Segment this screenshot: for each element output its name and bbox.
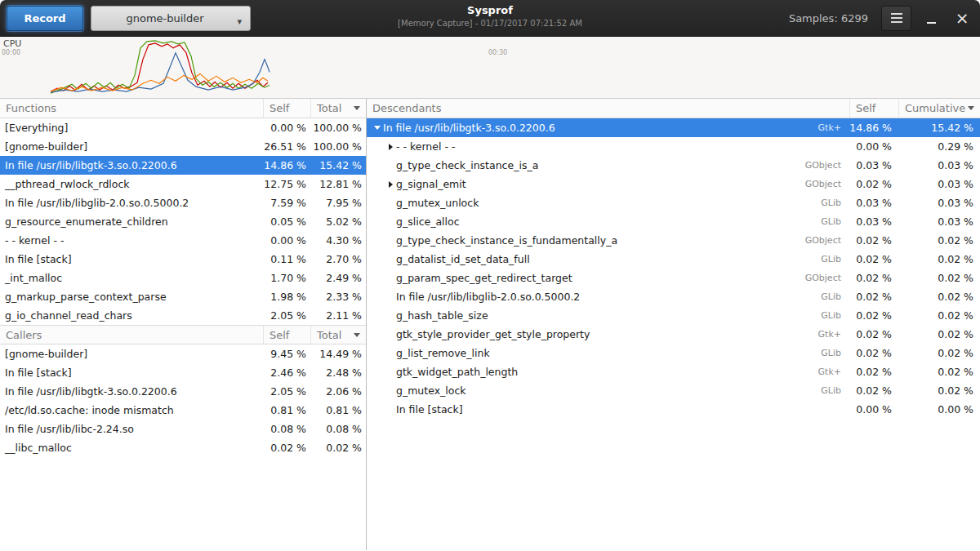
total-percent: 0.81 % bbox=[310, 404, 366, 416]
total-percent: 0.00 % bbox=[898, 403, 980, 415]
table-row[interactable]: [gnome-builder]26.51 %100.00 % bbox=[0, 137, 366, 156]
table-row[interactable]: In file [stack]0.00 %0.00 % bbox=[367, 400, 980, 419]
table-row[interactable]: In file /usr/lib/libgtk-3.so.0.2200.6Gtk… bbox=[367, 118, 980, 137]
self-percent: 0.02 % bbox=[849, 234, 898, 247]
symbol-name: g_io_channel_read_chars bbox=[5, 309, 132, 322]
total-percent: 0.02 % bbox=[898, 328, 980, 340]
minimize-button[interactable] bbox=[920, 7, 942, 29]
table-row[interactable]: g_type_check_instance_is_fundamentally_a… bbox=[367, 231, 980, 250]
hamburger-icon bbox=[891, 13, 902, 23]
callers-self-column-header[interactable]: Self bbox=[263, 326, 310, 344]
table-row[interactable]: g_hash_table_sizeGLib0.02 %0.02 % bbox=[367, 306, 980, 325]
menu-button[interactable] bbox=[881, 6, 911, 31]
table-row[interactable]: In file /usr/lib/libglib-2.0.so.0.5000.2… bbox=[0, 193, 366, 212]
samples-count: Samples: 6299 bbox=[789, 12, 868, 24]
functions-column-header[interactable]: Functions bbox=[0, 99, 263, 118]
symbol-name: g_resource_enumerate_children bbox=[5, 216, 168, 228]
table-row[interactable]: g_mutex_lockGLib0.02 %0.02 % bbox=[367, 381, 980, 400]
table-row[interactable]: g_param_spec_get_redirect_targetGObject0… bbox=[367, 269, 980, 287]
total-percent: 100.00 % bbox=[310, 140, 366, 153]
table-row[interactable]: g_resource_enumerate_children0.05 %5.02 … bbox=[0, 212, 366, 231]
row-name-cell: g_mutex_lockGLib bbox=[367, 384, 849, 397]
library-badge: GLib bbox=[821, 348, 841, 358]
table-row[interactable]: - - kernel - -0.00 %0.29 % bbox=[367, 137, 980, 156]
timeline-start-label: 00:00 bbox=[2, 49, 20, 56]
symbol-name: In file [stack] bbox=[5, 253, 72, 265]
table-row[interactable]: __libc_malloc0.02 %0.02 % bbox=[0, 438, 366, 457]
functions-total-column-header[interactable]: Total bbox=[310, 99, 366, 118]
descendants-self-column-header[interactable]: Self bbox=[849, 99, 898, 118]
cpu-label: CPU bbox=[3, 38, 21, 49]
main-content: Functions Self Total [Everything]0.00 %1… bbox=[0, 99, 980, 550]
callers-total-column-header[interactable]: Total bbox=[310, 326, 366, 344]
self-percent: 0.02 % bbox=[849, 291, 898, 303]
table-row[interactable]: gtk_style_provider_get_style_propertyGtk… bbox=[367, 325, 980, 344]
table-row[interactable]: g_type_check_instance_is_aGObject0.03 %0… bbox=[367, 156, 980, 175]
symbol-name: gtk_widget_path_length bbox=[396, 366, 518, 378]
table-row[interactable]: [Everything]0.00 %100.00 % bbox=[0, 118, 366, 137]
table-row[interactable]: /etc/ld.so.cache: inode mismatch0.81 %0.… bbox=[0, 401, 366, 420]
expand-arrow-icon[interactable] bbox=[385, 144, 396, 150]
table-row[interactable]: - - kernel - -0.00 %4.30 % bbox=[0, 231, 366, 250]
descendants-column-header[interactable]: Descendants bbox=[367, 99, 849, 118]
symbol-name: g_type_check_instance_is_a bbox=[396, 159, 538, 171]
table-row[interactable]: g_list_remove_linkGLib0.02 %0.02 % bbox=[367, 344, 980, 362]
record-button[interactable]: Record bbox=[7, 6, 83, 31]
total-percent: 0.02 % bbox=[898, 366, 980, 378]
table-row[interactable]: In file [stack]2.46 %2.48 % bbox=[0, 363, 366, 382]
total-percent: 2.11 % bbox=[310, 309, 366, 322]
symbol-name: In file /usr/lib/libglib-2.0.so.0.5000.2 bbox=[5, 197, 189, 209]
self-percent: 7.59 % bbox=[263, 197, 310, 209]
table-row[interactable]: In file /usr/lib/libgtk-3.so.0.2200.614.… bbox=[0, 156, 366, 175]
table-row[interactable]: g_signal_emitGObject0.02 %0.03 % bbox=[367, 175, 980, 193]
table-row[interactable]: In file /usr/lib/libc-2.24.so0.08 %0.08 … bbox=[0, 420, 366, 438]
library-badge: GLib bbox=[821, 198, 841, 208]
table-row[interactable]: g_slice_allocGLib0.03 %0.03 % bbox=[367, 212, 980, 231]
self-percent: 0.00 % bbox=[849, 140, 898, 153]
collapse-arrow-icon[interactable] bbox=[372, 126, 383, 130]
table-row[interactable]: In file /usr/lib/libgtk-3.so.0.2200.62.0… bbox=[0, 382, 366, 401]
symbol-name: __libc_malloc bbox=[5, 442, 72, 454]
process-selector[interactable]: gnome-builder ▾ bbox=[91, 6, 251, 31]
table-row[interactable]: In file /usr/lib/libglib-2.0.so.0.5000.2… bbox=[367, 287, 980, 306]
self-percent: 0.03 % bbox=[849, 159, 898, 171]
table-row[interactable]: g_markup_parse_context_parse1.98 %2.33 % bbox=[0, 287, 366, 306]
functions-self-column-header[interactable]: Self bbox=[263, 99, 310, 118]
row-name-cell: [gnome-builder] bbox=[0, 140, 263, 153]
row-name-cell: g_param_spec_get_redirect_targetGObject bbox=[367, 272, 849, 284]
symbol-name: g_markup_parse_context_parse bbox=[5, 291, 167, 303]
symbol-name: g_mutex_lock bbox=[396, 384, 466, 397]
library-badge: Gtk+ bbox=[818, 367, 841, 377]
total-percent: 0.29 % bbox=[898, 140, 980, 153]
callers-column-header[interactable]: Callers bbox=[0, 326, 263, 344]
headerbar-right-group: Samples: 6299 × bbox=[789, 6, 973, 31]
close-button[interactable]: × bbox=[951, 7, 973, 29]
self-percent: 12.75 % bbox=[263, 178, 310, 190]
self-percent: 0.02 % bbox=[849, 347, 898, 359]
self-percent: 0.02 % bbox=[263, 442, 310, 454]
cpu-series-orange bbox=[51, 73, 268, 91]
sort-indicator-icon bbox=[968, 106, 974, 110]
total-percent: 100.00 % bbox=[310, 122, 366, 134]
self-percent: 1.98 % bbox=[263, 291, 310, 303]
table-row[interactable]: g_mutex_unlockGLib0.03 %0.03 % bbox=[367, 193, 980, 212]
sort-indicator-icon bbox=[354, 106, 360, 110]
table-row[interactable]: __pthread_rwlock_rdlock12.75 %12.81 % bbox=[0, 175, 366, 193]
table-row[interactable]: gtk_widget_path_lengthGtk+0.02 %0.02 % bbox=[367, 362, 980, 381]
symbol-name: [gnome-builder] bbox=[5, 348, 87, 360]
table-row[interactable]: g_datalist_id_set_data_fullGLib0.02 %0.0… bbox=[367, 250, 980, 269]
cpu-timeline[interactable]: CPU 00:00 00:30 bbox=[0, 37, 980, 99]
self-percent: 0.08 % bbox=[263, 423, 310, 435]
table-row[interactable]: In file [stack]0.11 %2.70 % bbox=[0, 250, 366, 269]
table-row[interactable]: g_io_channel_read_chars2.05 %2.11 % bbox=[0, 306, 366, 325]
symbol-name: g_param_spec_get_redirect_target bbox=[396, 272, 572, 284]
total-percent: 2.70 % bbox=[310, 253, 366, 265]
self-percent: 0.02 % bbox=[849, 309, 898, 322]
self-percent: 0.02 % bbox=[849, 178, 898, 190]
descendants-cumulative-column-header[interactable]: Cumulative bbox=[898, 99, 980, 118]
expand-arrow-icon[interactable] bbox=[385, 181, 396, 188]
close-icon: × bbox=[956, 10, 969, 26]
descendants-table-header: Descendants Self Cumulative bbox=[367, 99, 980, 118]
table-row[interactable]: [gnome-builder]9.45 %14.49 % bbox=[0, 344, 366, 363]
table-row[interactable]: _int_malloc1.70 %2.49 % bbox=[0, 269, 366, 287]
